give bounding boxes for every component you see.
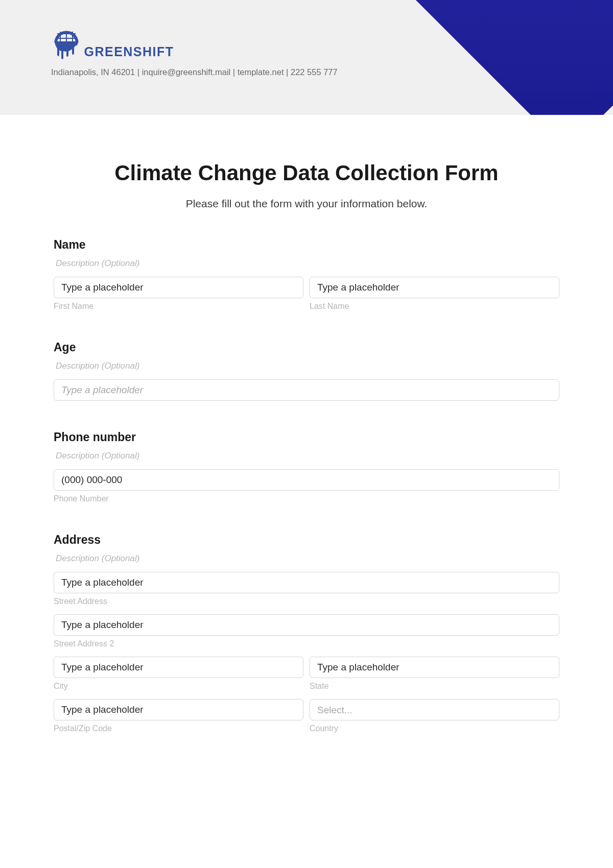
phone-section: Phone number Description (Optional) Phon… [54, 430, 559, 503]
age-input[interactable] [54, 379, 559, 401]
address-label: Address [54, 533, 559, 547]
age-description: Description (Optional) [54, 361, 559, 371]
city-input[interactable] [54, 657, 303, 678]
last-name-sublabel: Last Name [310, 302, 559, 311]
age-section: Age Description (Optional) [54, 341, 559, 401]
company-contact: Indianapolis, IN 46201 | inquire@greensh… [51, 67, 338, 77]
decorative-shapes [327, 0, 613, 115]
street-address-2-sublabel: Street Address 2 [54, 639, 559, 648]
form-container: Climate Change Data Collection Form Plea… [0, 115, 613, 733]
country-sublabel: Country [310, 724, 559, 733]
city-sublabel: City [54, 682, 303, 691]
state-input[interactable] [310, 657, 559, 678]
street-address-input[interactable] [54, 572, 559, 593]
street-address-sublabel: Street Address [54, 597, 559, 606]
street-address-2-input[interactable] [54, 614, 559, 636]
age-label: Age [54, 341, 559, 354]
name-description: Description (Optional) [54, 258, 559, 269]
postal-code-input[interactable] [54, 699, 303, 720]
phone-label: Phone number [54, 430, 559, 444]
address-section: Address Description (Optional) Street Ad… [54, 533, 559, 733]
address-description: Description (Optional) [54, 553, 559, 564]
first-name-sublabel: First Name [54, 302, 303, 311]
header-banner: GREENSHIFT Indianapolis, IN 46201 | inqu… [0, 0, 613, 115]
phone-sublabel: Phone Number [54, 494, 559, 503]
company-block: GREENSHIFT Indianapolis, IN 46201 | inqu… [51, 31, 338, 77]
last-name-input[interactable] [310, 277, 559, 298]
form-title: Climate Change Data Collection Form [54, 161, 559, 185]
state-sublabel: State [310, 682, 559, 691]
phone-description: Description (Optional) [54, 451, 559, 461]
company-name: GREENSHIFT [84, 44, 174, 59]
form-subtitle: Please fill out the form with your infor… [54, 198, 559, 210]
phone-input[interactable] [54, 469, 559, 491]
name-section: Name Description (Optional) First Name L… [54, 238, 559, 311]
country-select[interactable]: Select... [310, 699, 559, 720]
globe-drip-icon [51, 31, 82, 60]
first-name-input[interactable] [54, 277, 303, 298]
postal-code-sublabel: Postal/Zip Code [54, 724, 303, 733]
name-label: Name [54, 238, 559, 252]
shape-blue [408, 0, 613, 115]
